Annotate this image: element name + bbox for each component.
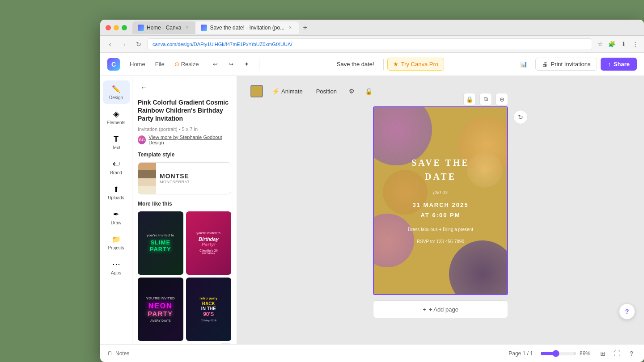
template-style-card[interactable]: MONTSE MONTSERRAT [138,162,231,194]
sidebar-item-projects[interactable]: 📁 Projects [103,231,130,254]
status-view-icons: ⊞ ⛶ ? [597,348,637,359]
more-options-icon[interactable]: ⋮ [631,40,640,49]
maximize-window-button[interactable] [122,25,127,30]
fullscreen-button[interactable]: ⛶ [612,348,623,359]
elements-icon: ◈ [111,109,121,119]
card-content: SAVE THE DATE join us 31 MARCH 2025 AT 6… [374,107,507,294]
sidebar-item-draw[interactable]: ✒ Draw [103,206,130,229]
design-icon: ✏️ [111,84,121,94]
notes-button[interactable]: 🗒 Notes [107,350,129,357]
minimize-window-button[interactable] [114,25,119,30]
back-button[interactable]: ← [138,81,150,94]
hide-panel-button[interactable]: ‹ [220,344,231,344]
zoom-level: 89% [580,350,590,357]
new-tab-button[interactable]: + [299,21,311,34]
style-text-preview: MONTSE MONTSERRAT [156,163,231,194]
page-info: Page 1 / 1 [508,350,533,357]
sidebar-item-design[interactable]: ✏️ Design [103,80,130,104]
toolbar-nav: Home File ⊙ Resize [125,59,203,70]
add-page-label: + Add page [429,306,458,313]
filter-button[interactable]: ⚙ [346,85,358,97]
sidebar-item-apps[interactable]: ⋯ Apps [103,256,130,279]
projects-icon: 📁 [111,234,121,244]
frame-copy-button[interactable]: ⧉ [479,93,492,105]
more-like-this-label: More like this [138,201,231,207]
apps-icon: ⋯ [111,259,121,269]
tab-editor[interactable]: Save the date! - Invitation (po... × [195,21,299,34]
tab-home-close[interactable]: × [184,25,190,31]
download-icon[interactable]: ⬇ [619,40,628,49]
draw-label: Draw [111,220,121,225]
analytics-button[interactable]: 📊 [516,58,532,71]
plus-icon: + [423,306,426,313]
creator-initials: SG [139,138,145,142]
uploads-label: Uploads [108,195,124,200]
color-swatch[interactable] [250,85,263,97]
sidebar-item-brand[interactable]: 🏷 Brand [103,156,130,179]
document-title-button[interactable]: Save the date! [331,58,380,70]
browser-tabs: Home - Canva × Save the date! - Invitati… [132,21,639,34]
titlebar: Home - Canva × Save the date! - Invitati… [100,20,644,36]
url-bar[interactable]: canva.com/design/DAFty1UiHGk/f47mE1PxYrb… [148,38,592,50]
position-button[interactable]: Position [312,86,341,97]
canvas-refresh-button[interactable]: ↻ [513,110,528,124]
print-button[interactable]: 🖨 Print Invitations [535,58,597,71]
color-bar-2 [138,170,156,178]
extension-icon[interactable]: 🧩 [607,40,616,49]
template-thumb-3[interactable]: YOU'RE INVITED NEON PARTY AVERY DAY'S [138,278,183,341]
frame-lock-button[interactable]: 🔒 [463,93,476,105]
help-icon: ? [625,308,629,315]
canvas-wrapper: 🔒 ⧉ ⊕ [373,106,508,295]
try-pro-label: Try Canva Pro [401,61,438,67]
template-thumb-1[interactable]: you're invited to SLIME PARTY [138,211,183,275]
tab-home[interactable]: Home - Canva × [132,21,195,34]
animate-button[interactable]: ⚡ Animate [267,85,307,97]
home-button[interactable]: Home [125,59,150,70]
toolbar-center: Save the date! ★ Try Canva Pro [265,58,510,71]
zoom-slider[interactable] [540,350,576,357]
projects-label: Projects [108,245,124,250]
file-button[interactable]: File [151,59,169,70]
template-thumb-4[interactable]: retro party Back in the 90's 02 May 2018 [186,278,232,341]
redo-button[interactable]: ↪ [224,59,238,70]
animate-icon: ⚡ [272,88,280,95]
close-window-button[interactable] [106,25,111,30]
card-time: AT 6:00 PM [420,212,460,219]
grid-view-button[interactable]: ⊞ [597,348,608,359]
back-button[interactable]: ‹ [105,39,115,50]
forward-button[interactable]: › [119,39,130,50]
magic-button[interactable]: ✦ [240,59,254,70]
draw-icon: ✒ [111,209,121,219]
canva-logo: C [107,58,120,71]
share-label: Share [614,61,630,67]
notes-label: Notes [115,350,129,357]
sidebar-item-text[interactable]: T Text [103,130,130,154]
add-page-button[interactable]: + + Add page [373,300,508,318]
canvas-area: ⚡ Animate Position ⚙ 🔒 🔒 ⧉ ⊕ [237,76,644,344]
creator-name[interactable]: View more by Stephanie Godbout Design [148,135,231,145]
template-title: Pink Colorful Gradient Cosmic Rainbow Ch… [138,98,231,123]
share-button[interactable]: ↑ Share [601,58,637,71]
refresh-button[interactable]: ↻ [133,39,144,50]
tab-editor-close[interactable]: × [287,25,293,31]
try-pro-button[interactable]: ★ Try Canva Pro [387,58,444,71]
frame-more-button[interactable]: ⊕ [496,93,508,105]
help-button[interactable]: ? [619,303,635,320]
canva-app: C Home File ⊙ Resize ↩ ↪ ✦ Save the date… [100,53,644,362]
bookmark-icon[interactable]: ☆ [596,40,605,49]
keyboard-shortcut-button[interactable]: ? [626,348,637,359]
tools-sidebar: ✏️ Design ◈ Elements T Text 🏷 Brand ⬆ [100,76,132,344]
canvas-format-toolbar: ⚡ Animate Position ⚙ 🔒 [246,85,635,97]
canvas-frame-controls: 🔒 ⧉ ⊕ [463,93,508,105]
traffic-lights [106,25,127,30]
tab-home-label: Home - Canva [147,25,181,31]
lock-button[interactable]: 🔒 [363,85,375,97]
template-thumb-2[interactable]: you're invited to Birthday Party! Claudi… [186,211,232,275]
sidebar-item-uploads[interactable]: ⬆ Uploads [103,181,130,204]
resize-button[interactable]: ⊙ Resize [170,59,203,70]
invitation-card[interactable]: SAVE THE DATE join us 31 MARCH 2025 AT 6… [373,106,508,295]
undo-button[interactable]: ↩ [208,59,222,70]
sidebar-item-elements[interactable]: ◈ Elements [103,105,130,129]
color-bar-4 [138,186,156,194]
style-preview: MONTSE MONTSERRAT [138,163,231,194]
